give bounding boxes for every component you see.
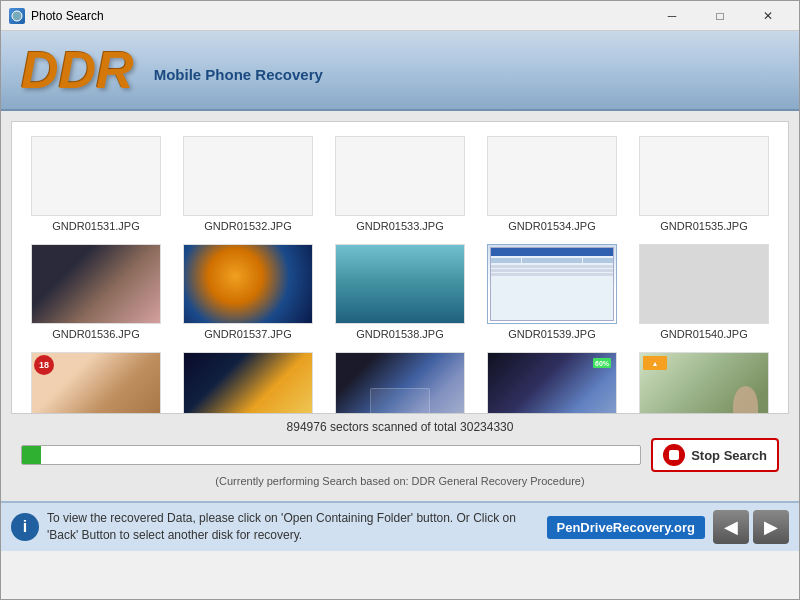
app-header: DDR Mobile Phone Recovery [1, 31, 799, 111]
thumbnail [487, 136, 617, 216]
app-icon [9, 8, 25, 24]
thumbnail [335, 244, 465, 324]
photo-label: GNDR01540.JPG [660, 328, 747, 340]
list-item[interactable]: GNDR01543.JPG [324, 346, 476, 413]
thumbnail [183, 352, 313, 413]
window-controls: ─ □ ✕ [649, 3, 791, 29]
list-item[interactable]: GNDR01532.JPG [172, 130, 324, 238]
progress-bar-background [21, 445, 641, 465]
photo-grid-container: GNDR01531.JPG GNDR01532.JPG GNDR01533.JP… [11, 121, 789, 414]
sectors-scanned-text: 894976 sectors scanned of total 30234330 [21, 420, 779, 434]
thumbnail [335, 136, 465, 216]
maximize-button[interactable]: □ [697, 3, 743, 29]
thumbnail [183, 136, 313, 216]
photo-label: GNDR01534.JPG [508, 220, 595, 232]
photo-label: GNDR01538.JPG [356, 328, 443, 340]
window-title: Photo Search [31, 9, 649, 23]
list-item[interactable]: GNDR01539.JPG [476, 238, 628, 346]
photo-label: GNDR01532.JPG [204, 220, 291, 232]
list-item[interactable]: GNDR01533.JPG [324, 130, 476, 238]
thumbnail: 18 Teddy bear [31, 352, 161, 413]
thumbnail [639, 136, 769, 216]
info-icon: i [11, 513, 39, 541]
svg-point-0 [12, 11, 22, 21]
stop-search-button[interactable]: Stop Search [651, 438, 779, 472]
list-item[interactable]: GNDR01542.JPG [172, 346, 324, 413]
nav-buttons: ◀ ▶ [713, 510, 789, 544]
main-content: GNDR01531.JPG GNDR01532.JPG GNDR01533.JP… [1, 111, 799, 501]
website-badge: PenDriveRecovery.org [547, 516, 706, 539]
list-item[interactable]: 60% GNDR01544.JPG [476, 346, 628, 413]
thumbnail [31, 136, 161, 216]
thumbnail: 60% [487, 352, 617, 413]
ddr-logo: DDR [21, 44, 134, 96]
list-item[interactable]: GNDR01540.JPG [628, 238, 780, 346]
photo-label: GNDR01536.JPG [52, 328, 139, 340]
forward-button[interactable]: ▶ [753, 510, 789, 544]
stop-icon-inner [669, 450, 679, 460]
list-item[interactable]: GNDR01531.JPG [20, 130, 172, 238]
thumbnail [487, 244, 617, 324]
progress-row: Stop Search [21, 438, 779, 472]
minimize-button[interactable]: ─ [649, 3, 695, 29]
thumbnail [639, 244, 769, 324]
list-item[interactable]: GNDR01536.JPG [20, 238, 172, 346]
app-subtitle: Mobile Phone Recovery [154, 66, 323, 83]
list-item[interactable]: GNDR01537.JPG [172, 238, 324, 346]
photo-grid: GNDR01531.JPG GNDR01532.JPG GNDR01533.JP… [12, 122, 788, 413]
list-item[interactable]: ▲ GNDR01545.JPG [628, 346, 780, 413]
list-item[interactable]: 18 Teddy bear GNDR01541.JPG [20, 346, 172, 413]
photo-label: GNDR01531.JPG [52, 220, 139, 232]
list-item[interactable]: GNDR01538.JPG [324, 238, 476, 346]
photo-label: GNDR01533.JPG [356, 220, 443, 232]
thumbnail [335, 352, 465, 413]
photo-label: GNDR01539.JPG [508, 328, 595, 340]
stop-button-label: Stop Search [691, 448, 767, 463]
list-item[interactable]: GNDR01535.JPG [628, 130, 780, 238]
info-bar: i To view the recovered Data, please cli… [1, 501, 799, 551]
thumbnail [183, 244, 313, 324]
thumbnail: ▲ [639, 352, 769, 413]
info-text: To view the recovered Data, please click… [47, 510, 539, 544]
progress-bar-fill [22, 446, 41, 464]
thumbnail [31, 244, 161, 324]
close-button[interactable]: ✕ [745, 3, 791, 29]
list-item[interactable]: GNDR01534.JPG [476, 130, 628, 238]
title-bar: Photo Search ─ □ ✕ [1, 1, 799, 31]
stop-icon [663, 444, 685, 466]
scan-note: (Currently performing Search based on: D… [21, 475, 779, 487]
photo-label: GNDR01537.JPG [204, 328, 291, 340]
photo-label: GNDR01535.JPG [660, 220, 747, 232]
progress-area: 894976 sectors scanned of total 30234330… [11, 414, 789, 491]
back-button[interactable]: ◀ [713, 510, 749, 544]
